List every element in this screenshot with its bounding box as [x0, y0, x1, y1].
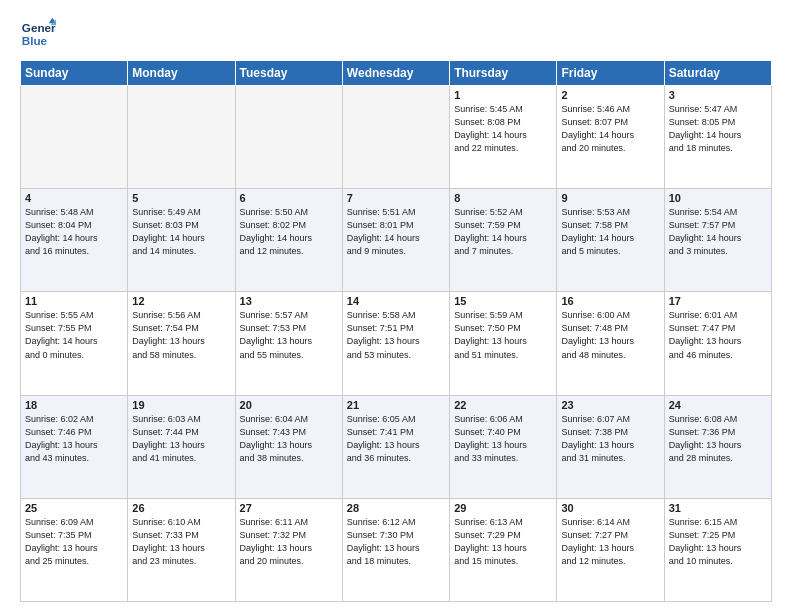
day-info: Sunrise: 6:11 AMSunset: 7:32 PMDaylight:…: [240, 516, 338, 568]
day-number: 26: [132, 502, 230, 514]
svg-text:Blue: Blue: [22, 34, 48, 47]
calendar-header-day: Tuesday: [235, 61, 342, 86]
calendar-cell: 25Sunrise: 6:09 AMSunset: 7:35 PMDayligh…: [21, 498, 128, 601]
calendar-cell: 1Sunrise: 5:45 AMSunset: 8:08 PMDaylight…: [450, 86, 557, 189]
day-number: 23: [561, 399, 659, 411]
calendar-cell: [21, 86, 128, 189]
calendar-cell: 24Sunrise: 6:08 AMSunset: 7:36 PMDayligh…: [664, 395, 771, 498]
calendar-header-day: Thursday: [450, 61, 557, 86]
day-info: Sunrise: 6:05 AMSunset: 7:41 PMDaylight:…: [347, 413, 445, 465]
calendar-header-day: Monday: [128, 61, 235, 86]
calendar-cell: 19Sunrise: 6:03 AMSunset: 7:44 PMDayligh…: [128, 395, 235, 498]
calendar-cell: 8Sunrise: 5:52 AMSunset: 7:59 PMDaylight…: [450, 189, 557, 292]
day-info: Sunrise: 6:02 AMSunset: 7:46 PMDaylight:…: [25, 413, 123, 465]
day-number: 9: [561, 192, 659, 204]
day-info: Sunrise: 6:14 AMSunset: 7:27 PMDaylight:…: [561, 516, 659, 568]
day-number: 12: [132, 295, 230, 307]
day-info: Sunrise: 5:56 AMSunset: 7:54 PMDaylight:…: [132, 309, 230, 361]
page: General Blue SundayMondayTuesdayWednesda…: [0, 0, 792, 612]
calendar-cell: 6Sunrise: 5:50 AMSunset: 8:02 PMDaylight…: [235, 189, 342, 292]
day-number: 5: [132, 192, 230, 204]
calendar-header-day: Wednesday: [342, 61, 449, 86]
day-number: 13: [240, 295, 338, 307]
calendar-cell: 12Sunrise: 5:56 AMSunset: 7:54 PMDayligh…: [128, 292, 235, 395]
day-info: Sunrise: 6:08 AMSunset: 7:36 PMDaylight:…: [669, 413, 767, 465]
day-number: 27: [240, 502, 338, 514]
logo: General Blue: [20, 16, 56, 52]
day-info: Sunrise: 5:48 AMSunset: 8:04 PMDaylight:…: [25, 206, 123, 258]
calendar-cell: 31Sunrise: 6:15 AMSunset: 7:25 PMDayligh…: [664, 498, 771, 601]
day-info: Sunrise: 6:15 AMSunset: 7:25 PMDaylight:…: [669, 516, 767, 568]
calendar-cell: 4Sunrise: 5:48 AMSunset: 8:04 PMDaylight…: [21, 189, 128, 292]
day-number: 22: [454, 399, 552, 411]
calendar-week-row: 18Sunrise: 6:02 AMSunset: 7:46 PMDayligh…: [21, 395, 772, 498]
calendar-cell: 15Sunrise: 5:59 AMSunset: 7:50 PMDayligh…: [450, 292, 557, 395]
calendar-cell: 28Sunrise: 6:12 AMSunset: 7:30 PMDayligh…: [342, 498, 449, 601]
logo-icon: General Blue: [20, 16, 56, 52]
calendar-header-day: Sunday: [21, 61, 128, 86]
day-number: 29: [454, 502, 552, 514]
day-info: Sunrise: 5:55 AMSunset: 7:55 PMDaylight:…: [25, 309, 123, 361]
calendar-cell: 30Sunrise: 6:14 AMSunset: 7:27 PMDayligh…: [557, 498, 664, 601]
day-info: Sunrise: 5:57 AMSunset: 7:53 PMDaylight:…: [240, 309, 338, 361]
day-number: 25: [25, 502, 123, 514]
day-number: 16: [561, 295, 659, 307]
calendar-cell: 20Sunrise: 6:04 AMSunset: 7:43 PMDayligh…: [235, 395, 342, 498]
day-info: Sunrise: 5:53 AMSunset: 7:58 PMDaylight:…: [561, 206, 659, 258]
day-info: Sunrise: 6:12 AMSunset: 7:30 PMDaylight:…: [347, 516, 445, 568]
calendar-cell: 7Sunrise: 5:51 AMSunset: 8:01 PMDaylight…: [342, 189, 449, 292]
day-number: 8: [454, 192, 552, 204]
day-info: Sunrise: 5:51 AMSunset: 8:01 PMDaylight:…: [347, 206, 445, 258]
day-number: 24: [669, 399, 767, 411]
day-info: Sunrise: 5:58 AMSunset: 7:51 PMDaylight:…: [347, 309, 445, 361]
day-info: Sunrise: 6:04 AMSunset: 7:43 PMDaylight:…: [240, 413, 338, 465]
calendar-cell: [235, 86, 342, 189]
day-info: Sunrise: 5:54 AMSunset: 7:57 PMDaylight:…: [669, 206, 767, 258]
calendar-cell: 22Sunrise: 6:06 AMSunset: 7:40 PMDayligh…: [450, 395, 557, 498]
calendar-cell: 23Sunrise: 6:07 AMSunset: 7:38 PMDayligh…: [557, 395, 664, 498]
day-info: Sunrise: 6:06 AMSunset: 7:40 PMDaylight:…: [454, 413, 552, 465]
calendar-table: SundayMondayTuesdayWednesdayThursdayFrid…: [20, 60, 772, 602]
calendar-cell: 26Sunrise: 6:10 AMSunset: 7:33 PMDayligh…: [128, 498, 235, 601]
day-number: 1: [454, 89, 552, 101]
day-number: 20: [240, 399, 338, 411]
calendar-cell: [342, 86, 449, 189]
calendar-header-day: Saturday: [664, 61, 771, 86]
day-info: Sunrise: 6:03 AMSunset: 7:44 PMDaylight:…: [132, 413, 230, 465]
calendar-cell: 11Sunrise: 5:55 AMSunset: 7:55 PMDayligh…: [21, 292, 128, 395]
day-number: 2: [561, 89, 659, 101]
day-number: 11: [25, 295, 123, 307]
day-info: Sunrise: 5:49 AMSunset: 8:03 PMDaylight:…: [132, 206, 230, 258]
day-number: 15: [454, 295, 552, 307]
day-number: 31: [669, 502, 767, 514]
day-number: 6: [240, 192, 338, 204]
day-info: Sunrise: 5:45 AMSunset: 8:08 PMDaylight:…: [454, 103, 552, 155]
calendar-cell: 9Sunrise: 5:53 AMSunset: 7:58 PMDaylight…: [557, 189, 664, 292]
calendar-cell: 16Sunrise: 6:00 AMSunset: 7:48 PMDayligh…: [557, 292, 664, 395]
day-number: 21: [347, 399, 445, 411]
day-number: 10: [669, 192, 767, 204]
calendar-cell: 21Sunrise: 6:05 AMSunset: 7:41 PMDayligh…: [342, 395, 449, 498]
calendar-week-row: 4Sunrise: 5:48 AMSunset: 8:04 PMDaylight…: [21, 189, 772, 292]
day-info: Sunrise: 5:47 AMSunset: 8:05 PMDaylight:…: [669, 103, 767, 155]
calendar-cell: 3Sunrise: 5:47 AMSunset: 8:05 PMDaylight…: [664, 86, 771, 189]
day-number: 4: [25, 192, 123, 204]
calendar-cell: [128, 86, 235, 189]
calendar-cell: 18Sunrise: 6:02 AMSunset: 7:46 PMDayligh…: [21, 395, 128, 498]
calendar-cell: 5Sunrise: 5:49 AMSunset: 8:03 PMDaylight…: [128, 189, 235, 292]
day-number: 28: [347, 502, 445, 514]
calendar-week-row: 25Sunrise: 6:09 AMSunset: 7:35 PMDayligh…: [21, 498, 772, 601]
calendar-header-row: SundayMondayTuesdayWednesdayThursdayFrid…: [21, 61, 772, 86]
day-number: 18: [25, 399, 123, 411]
calendar-cell: 10Sunrise: 5:54 AMSunset: 7:57 PMDayligh…: [664, 189, 771, 292]
day-info: Sunrise: 6:09 AMSunset: 7:35 PMDaylight:…: [25, 516, 123, 568]
day-info: Sunrise: 6:01 AMSunset: 7:47 PMDaylight:…: [669, 309, 767, 361]
day-number: 3: [669, 89, 767, 101]
day-number: 30: [561, 502, 659, 514]
day-info: Sunrise: 5:59 AMSunset: 7:50 PMDaylight:…: [454, 309, 552, 361]
calendar-week-row: 1Sunrise: 5:45 AMSunset: 8:08 PMDaylight…: [21, 86, 772, 189]
calendar-header-day: Friday: [557, 61, 664, 86]
day-number: 17: [669, 295, 767, 307]
header: General Blue: [20, 16, 772, 52]
calendar-cell: 14Sunrise: 5:58 AMSunset: 7:51 PMDayligh…: [342, 292, 449, 395]
